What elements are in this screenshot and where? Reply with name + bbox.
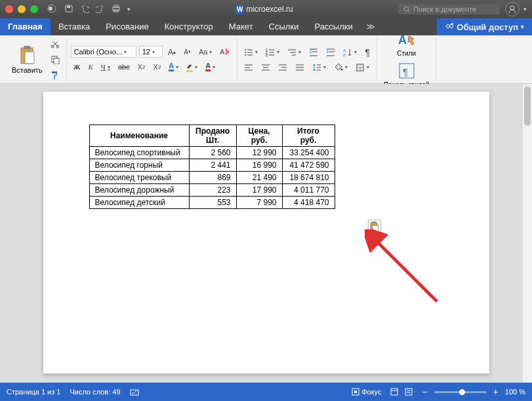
tab-mailings[interactable]: Рассылки — [306, 18, 360, 35]
focus-mode[interactable]: Фокус — [352, 388, 381, 396]
table-cell[interactable]: Велосипед детский — [89, 197, 189, 209]
vertical-scrollbar[interactable] — [522, 84, 532, 383]
spellcheck-icon[interactable] — [130, 387, 139, 396]
paste-icon — [18, 45, 35, 65]
word-count[interactable]: Число слов: 49 — [70, 388, 120, 396]
bold-button[interactable]: Ж — [71, 62, 83, 72]
titlebar-chevron-icon[interactable]: ▾ — [523, 6, 527, 12]
table-cell[interactable]: Велосипед трековый — [89, 172, 189, 184]
zoom-out-icon[interactable]: − — [422, 387, 427, 397]
decrease-font-icon[interactable]: A▾ — [181, 47, 194, 57]
table-cell[interactable]: Велосипед горный — [89, 159, 189, 172]
chevron-down-icon: ▾ — [521, 24, 524, 30]
underline-button[interactable]: Ч — [98, 62, 113, 72]
zoom-slider[interactable] — [434, 391, 487, 393]
scrollbar-thumb[interactable] — [524, 86, 531, 126]
align-right-icon[interactable] — [276, 62, 290, 73]
zoom-in-icon[interactable]: + — [493, 387, 499, 397]
save-icon[interactable] — [64, 4, 73, 15]
table-cell[interactable]: Велосипед дорожный — [89, 184, 189, 197]
align-center-icon[interactable] — [258, 62, 273, 73]
table-cell[interactable]: 2 441 — [189, 159, 236, 172]
document-page[interactable]: Наименование Продано Шт. Цена, руб. Итог… — [43, 92, 489, 373]
increase-indent-icon[interactable] — [323, 47, 338, 58]
table-cell[interactable]: Велосипед спортивный — [89, 147, 189, 159]
cut-icon[interactable] — [48, 38, 62, 50]
table-cell[interactable]: 21 490 — [236, 172, 282, 184]
table-header-row: Наименование Продано Шт. Цена, руб. Итог… — [89, 125, 335, 147]
superscript-button[interactable]: X2 — [151, 62, 164, 72]
tab-design[interactable]: Конструктор — [157, 18, 221, 35]
increase-font-icon[interactable]: A▴ — [165, 46, 179, 58]
bullets-icon[interactable] — [241, 47, 260, 58]
web-layout-view-icon[interactable] — [402, 386, 415, 398]
justify-icon[interactable] — [293, 62, 307, 73]
table-cell[interactable]: 223 — [189, 184, 236, 197]
table-cell[interactable]: 41 472 590 — [282, 159, 335, 172]
zoom-slider-thumb[interactable] — [459, 389, 465, 395]
shading-icon[interactable] — [331, 62, 350, 73]
table-cell[interactable]: 553 — [189, 197, 236, 209]
paste-button[interactable]: Вставить — [9, 44, 45, 75]
print-layout-view-icon[interactable] — [388, 386, 401, 398]
tab-more[interactable]: ≫ — [361, 18, 380, 35]
table-cell[interactable]: 12 990 — [236, 147, 282, 159]
line-spacing-icon[interactable] — [310, 62, 329, 73]
table-cell[interactable]: 4 011 770 — [282, 184, 335, 197]
borders-icon[interactable] — [353, 62, 372, 73]
svg-rect-20 — [54, 58, 59, 64]
numbering-icon[interactable]: 123 — [263, 47, 282, 58]
table-cell[interactable]: 17 990 — [236, 184, 282, 197]
tab-home[interactable]: Главная — [0, 18, 51, 35]
table-cell[interactable]: 2 560 — [189, 147, 236, 159]
minimize-window[interactable] — [18, 5, 26, 13]
table-row[interactable]: Велосипед горный2 44116 99041 472 590 — [89, 159, 335, 172]
table-row[interactable]: Велосипед детский5537 9904 418 470 — [89, 197, 335, 209]
multilevel-list-icon[interactable] — [285, 47, 304, 58]
tab-insert[interactable]: Вставка — [51, 18, 98, 35]
autosave-toggle[interactable] — [47, 4, 58, 15]
tab-draw[interactable]: Рисование — [98, 18, 156, 35]
print-icon[interactable] — [112, 4, 121, 15]
strikethrough-button[interactable]: abc — [115, 62, 133, 72]
change-case-icon[interactable]: Aa — [196, 47, 215, 57]
table-cell[interactable]: 869 — [189, 172, 236, 184]
tab-references[interactable]: Ссылки — [261, 18, 307, 35]
table-cell[interactable]: 7 990 — [236, 197, 282, 209]
table-cell[interactable]: 16 990 — [236, 159, 282, 172]
close-window[interactable] — [5, 5, 13, 13]
table-row[interactable]: Велосипед дорожный22317 9904 011 770 — [89, 184, 335, 197]
data-table[interactable]: Наименование Продано Шт. Цена, руб. Итог… — [89, 124, 335, 209]
font-size-select[interactable]: 12 — [139, 46, 163, 58]
undo-icon[interactable] — [80, 4, 89, 15]
show-marks-icon[interactable]: ¶ — [362, 46, 373, 59]
format-painter-icon[interactable] — [48, 69, 62, 81]
zoom-level[interactable]: 100 % — [505, 388, 525, 396]
decrease-indent-icon[interactable] — [306, 47, 321, 58]
styles-button[interactable]: A Стили — [381, 29, 432, 58]
search-input[interactable]: Поиск в документе — [398, 4, 500, 14]
maximize-window[interactable] — [30, 5, 38, 13]
redo-icon[interactable] — [96, 4, 105, 15]
page-indicator[interactable]: Страница 1 из 1 — [7, 388, 60, 396]
table-row[interactable]: Велосипед спортивный2 56012 99033 254 40… — [89, 147, 335, 159]
table-cell[interactable]: 33 254 400 — [282, 147, 335, 159]
tab-share[interactable]: + Общий доступ ▾ — [437, 18, 532, 35]
subscript-button[interactable]: X2 — [135, 62, 148, 72]
table-row[interactable]: Велосипед трековый86921 49018 674 810 — [89, 172, 335, 184]
align-left-icon[interactable] — [241, 62, 256, 73]
font-color-icon[interactable]: A — [203, 61, 218, 73]
styles-icon: A — [397, 31, 417, 49]
table-cell[interactable]: 4 418 470 — [282, 197, 335, 209]
italic-button[interactable]: К — [86, 62, 96, 72]
table-cell[interactable]: 18 674 810 — [282, 172, 335, 184]
text-effects-icon[interactable]: A — [166, 61, 181, 73]
copy-icon[interactable] — [48, 54, 62, 66]
highlight-icon[interactable] — [184, 61, 200, 73]
user-account-icon[interactable] — [505, 2, 520, 16]
svg-rect-74 — [354, 391, 357, 393]
font-name-select[interactable]: Calibri (Осно... — [71, 46, 136, 58]
sort-icon[interactable]: AZ — [340, 47, 359, 58]
tab-layout[interactable]: Макет — [221, 18, 261, 35]
clear-formatting-icon[interactable]: A — [217, 46, 233, 58]
